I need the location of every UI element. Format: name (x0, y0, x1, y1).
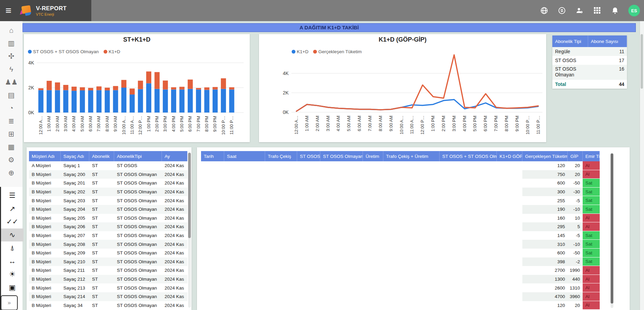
detail-header-8[interactable]: K1+D GÖP (497, 151, 522, 161)
bar-segment[interactable] (196, 88, 201, 89)
detail-scrollbar-thumb[interactable] (611, 153, 613, 304)
sidebar-item-dashboard[interactable]: ▥ (0, 37, 22, 50)
globe-icon[interactable] (540, 6, 549, 15)
bar-segment[interactable] (121, 80, 126, 88)
detail-header-10[interactable]: GİP (568, 151, 583, 161)
bar-segment[interactable] (179, 87, 184, 89)
sidebar-item-customers[interactable]: ♟♟ (0, 76, 22, 89)
bar-segment[interactable] (47, 81, 52, 90)
detail-scrollbar-track[interactable] (611, 153, 613, 308)
customers-row[interactable]: B MüşteriSayaç 214STST OSOS Olmayan2024 … (29, 292, 187, 301)
detail-row[interactable]: 47003960Al (201, 292, 600, 301)
bar-segment[interactable] (55, 83, 60, 90)
bar-segment[interactable] (146, 72, 151, 84)
bar-segment[interactable] (113, 86, 118, 90)
detail-header-9[interactable]: Gerçekleşen Tüketim (522, 151, 568, 161)
bar-segment[interactable] (55, 90, 60, 113)
sidebar-item-solar[interactable]: ☀ (1, 268, 24, 281)
detail-row[interactable]: 12020Al (201, 161, 600, 170)
detail-row[interactable]: 2955Al (201, 222, 600, 231)
sidebar-item-gauge[interactable]: ◔ (0, 102, 22, 115)
sidebar-item-layers[interactable]: ☰ (1, 189, 24, 202)
customers-header-3[interactable]: AbonelikTipi (114, 151, 162, 161)
bar-segment[interactable] (163, 89, 168, 113)
sidebar-item-data-entry[interactable]: ⊞ (0, 128, 22, 141)
sidebar-item-analytics[interactable]: ▦ (0, 141, 22, 153)
stacked-bar-chart[interactable]: 0K2K4K12:00 A…1:00 AM2:00 AM3:00 AM4:00 … (24, 34, 250, 142)
hamburger-menu-icon[interactable]: ≡ (5, 0, 12, 21)
bar-segment[interactable] (39, 88, 44, 90)
customers-header-2[interactable]: Abonelik (89, 151, 114, 161)
bar-segment[interactable] (72, 87, 77, 91)
bar-segment[interactable] (96, 90, 102, 113)
bar-segment[interactable] (146, 83, 151, 113)
bar-segment[interactable] (229, 87, 234, 90)
bar-segment[interactable] (63, 90, 68, 113)
line-series[interactable] (296, 100, 538, 111)
bar-segment[interactable] (154, 72, 159, 89)
sidebar-item-compare-arrows[interactable]: ↔ (1, 255, 24, 268)
sidebar-item-home[interactable]: ⌂ (0, 24, 22, 37)
customers-row[interactable]: B MüşteriSayaç 208STST OSOS Olmayan2024 … (29, 240, 187, 249)
customers-scrollbar-track[interactable] (188, 152, 191, 308)
summary-header-abonelik-tipi[interactable]: Abonelik Tipi (552, 35, 588, 47)
sidebar-item-production[interactable]: ≣ (0, 115, 22, 128)
detail-header-4[interactable]: ST OSOS Olmayan (320, 151, 363, 161)
bar-segment[interactable] (154, 89, 159, 113)
detail-row[interactable]: 398-2Sat (201, 257, 600, 266)
customers-row[interactable]: B MüşteriSayaç 206STST OSOS Olmayan2024 … (29, 222, 187, 231)
notifications-bell-icon[interactable] (611, 6, 619, 15)
bar-segment[interactable] (213, 87, 218, 89)
sidebar-item-user-management[interactable]: ⚙ (0, 153, 22, 166)
summary-header-abone-sayisi[interactable]: Abone Sayısı (588, 35, 627, 47)
customers-row[interactable]: B MüşteriSayaç 204STST OSOS Olmayan2024 … (29, 205, 187, 214)
bar-segment[interactable] (88, 88, 93, 90)
summary-total-row[interactable]: Total 44 (552, 80, 627, 89)
detail-row[interactable]: 255-5Sat (201, 196, 600, 205)
bar-segment[interactable] (221, 78, 226, 89)
bar-segment[interactable] (80, 90, 85, 113)
bar-segment[interactable] (138, 81, 143, 89)
apps-grid-icon[interactable] (593, 6, 602, 15)
customers-row[interactable]: B MüşteriSayaç 210STST OSOS Olmayan2024 … (29, 257, 187, 266)
sidebar-item-growth-chart[interactable]: ⍋ (1, 241, 24, 254)
customers-row[interactable]: B MüşteriSayaç 211STST OSOS Olmayan2024 … (29, 266, 187, 275)
sidebar-item-approvals[interactable]: ✓✓ (1, 215, 24, 228)
bar-segment[interactable] (39, 90, 44, 113)
sidebar-item-trend-up[interactable]: ↗ (1, 202, 24, 215)
detail-row[interactable]: 600-50Sat (201, 179, 600, 188)
sidebar-item-energy[interactable]: ϟ (0, 63, 22, 76)
detail-header-6[interactable]: Trafo Çekiş + Üretim (383, 151, 440, 161)
summary-row[interactable]: ST OSOS Olmayan 16 (552, 65, 627, 80)
bar-segment[interactable] (129, 89, 135, 95)
detail-header-3[interactable]: ST OSOS (297, 151, 320, 161)
bar-segment[interactable] (188, 79, 193, 89)
user-settings-icon[interactable] (575, 6, 584, 15)
customers-row[interactable]: A MüşteriSayaç 1STST OSOS2024 Kas (29, 161, 187, 170)
summary-row[interactable]: ST OSOS 17 (552, 56, 627, 65)
sidebar-item-chart-add[interactable]: ⊕ (0, 166, 22, 179)
detail-header-5[interactable]: Üretim (363, 151, 383, 161)
detail-row[interactable]: 190-10Sat (201, 205, 600, 214)
user-avatar[interactable]: ES (628, 5, 640, 16)
customers-row[interactable]: B MüşteriSayaç 201STST OSOS Olmayan2024 … (29, 179, 187, 188)
bar-segment[interactable] (105, 88, 110, 90)
page-scrollbar[interactable] (640, 21, 644, 310)
sidebar-item-report-summary[interactable]: ▣ (1, 281, 24, 294)
customers-row[interactable]: B MüşteriSayaç 34STST OSOS Olmayan2024 K… (29, 301, 187, 310)
bar-segment[interactable] (88, 90, 93, 113)
detail-header-2[interactable]: Trafo Çekiş (265, 151, 297, 161)
customers-header-4[interactable]: Ay (162, 151, 187, 161)
bar-segment[interactable] (196, 89, 201, 113)
detail-row[interactable]: 26001310Al (201, 283, 600, 292)
detail-row[interactable]: 145-5Sat (201, 231, 600, 240)
bar-segment[interactable] (204, 87, 210, 90)
detail-header-7[interactable]: ST OSOS + ST OSOS Olmayan (440, 151, 497, 161)
bar-segment[interactable] (80, 87, 85, 90)
customers-row[interactable]: B MüşteriSayaç 207STST OSOS Olmayan2024 … (29, 231, 187, 240)
customers-header-0[interactable]: Müşteri Adı (29, 151, 61, 161)
customers-row[interactable]: B MüşteriSayaç 200STST OSOS Olmayan2024 … (29, 170, 187, 179)
sidebar-item-reports[interactable]: ▤ (0, 89, 22, 102)
bar-segment[interactable] (221, 89, 226, 113)
sidebar-item-line-chart[interactable]: ∿ (1, 228, 24, 241)
